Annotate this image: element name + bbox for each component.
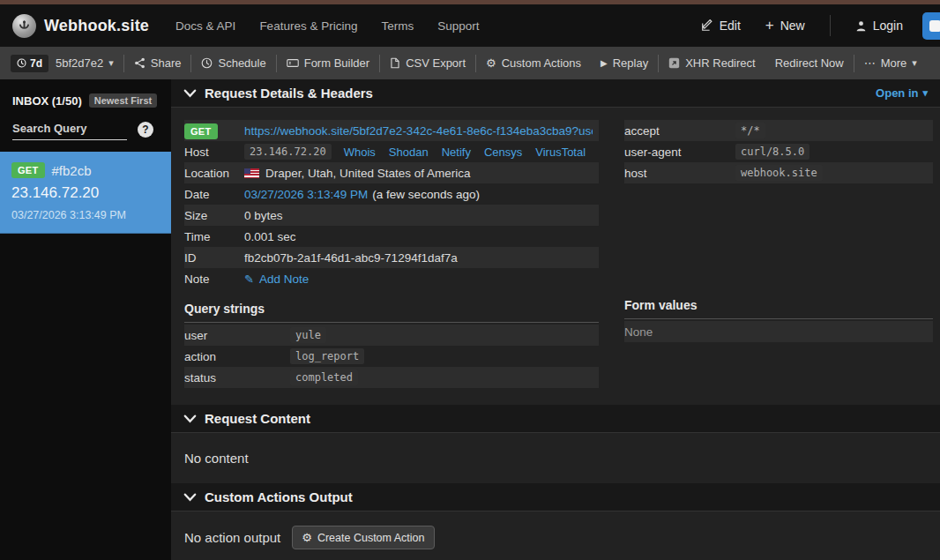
more-dropdown[interactable]: ⋯ More ▾ bbox=[864, 56, 917, 70]
request-url-link[interactable]: https://webhook.site/5bf2d7e2-342c-4e61-… bbox=[244, 124, 593, 138]
section-title: Request Details & Headers bbox=[205, 86, 373, 101]
login-button[interactable]: Login bbox=[855, 19, 903, 33]
whois-link[interactable]: Whois bbox=[344, 146, 376, 159]
search-help-icon[interactable]: ? bbox=[138, 122, 153, 138]
nav-terms[interactable]: Terms bbox=[381, 19, 414, 33]
clock-icon bbox=[17, 58, 26, 68]
toolbar-separator bbox=[123, 55, 124, 72]
plus-icon: + bbox=[765, 17, 774, 34]
toolbar-separator bbox=[379, 55, 380, 72]
redirect-now-button[interactable]: Redirect Now bbox=[775, 56, 844, 70]
gear-icon: ⚙ bbox=[486, 56, 496, 70]
xhr-redirect-toggle[interactable]: XHR Redirect bbox=[668, 56, 755, 70]
request-list-item-selected[interactable]: GET #fb2cb 23.146.72.20 03/27/2026 3:13:… bbox=[0, 152, 171, 234]
form-values-empty: None bbox=[624, 325, 653, 339]
us-flag-icon bbox=[244, 168, 259, 178]
query-strings-heading: Query strings bbox=[184, 302, 599, 323]
toolbar-separator bbox=[276, 55, 277, 72]
add-note-link[interactable]: Add Note bbox=[259, 273, 309, 286]
request-hash: #fb2cb bbox=[52, 163, 92, 178]
open-in-dropdown[interactable]: Open in ▾ bbox=[876, 86, 928, 100]
host-value: 23.146.72.20 bbox=[244, 144, 332, 160]
schedule-button[interactable]: Schedule bbox=[201, 56, 265, 70]
sort-order-badge[interactable]: Newest First bbox=[89, 93, 157, 108]
inbox-label: INBOX (1/50) bbox=[12, 94, 82, 108]
retention-badge[interactable]: 7d bbox=[11, 55, 48, 72]
share-label: Share bbox=[151, 56, 182, 70]
query-key: user bbox=[184, 329, 290, 342]
toolbar-separator bbox=[658, 55, 659, 72]
share-icon bbox=[134, 57, 145, 69]
share-button[interactable]: Share bbox=[134, 56, 182, 70]
section-request-content-header[interactable]: Request Content bbox=[171, 405, 940, 433]
censys-link[interactable]: Censys bbox=[484, 146, 522, 159]
date-label: Date bbox=[184, 188, 244, 201]
table-row-header: host webhook.site bbox=[624, 162, 933, 183]
id-value: fb2cb07b-2a1f-46d1-abc9-71294f1daf7a bbox=[244, 251, 458, 265]
method-badge: GET bbox=[11, 162, 45, 178]
upgrade-button[interactable] bbox=[922, 12, 940, 40]
form-builder-button[interactable]: Form Builder bbox=[287, 56, 369, 70]
query-value: yule bbox=[290, 327, 326, 343]
navbar: Webhook.site Docs & API Features & Prici… bbox=[0, 4, 940, 47]
nav-support[interactable]: Support bbox=[437, 19, 479, 33]
replay-label: Replay bbox=[613, 56, 648, 70]
toolbar-separator bbox=[190, 55, 191, 72]
table-row-query: action log_report bbox=[184, 346, 599, 367]
size-value: 0 bytes bbox=[244, 209, 283, 222]
replay-button[interactable]: ▶ Replay bbox=[601, 56, 648, 70]
id-label: ID bbox=[184, 251, 244, 265]
form-values-heading: Form values bbox=[624, 298, 933, 319]
header-name: accept bbox=[624, 124, 735, 138]
section-title: Custom Actions Output bbox=[205, 489, 353, 504]
section-request-details-header[interactable]: Request Details & Headers Open in ▾ bbox=[171, 79, 940, 108]
chevron-down-icon bbox=[183, 414, 197, 424]
virustotal-link[interactable]: VirusTotal bbox=[535, 146, 586, 159]
netify-link[interactable]: Netify bbox=[442, 146, 471, 159]
shodan-link[interactable]: Shodan bbox=[389, 146, 429, 159]
request-timestamp: 03/27/2026 3:13:49 PM bbox=[11, 209, 160, 221]
edit-button[interactable]: Edit bbox=[701, 19, 741, 33]
person-icon bbox=[855, 20, 867, 32]
nav-features-pricing[interactable]: Features & Pricing bbox=[259, 19, 357, 33]
login-label: Login bbox=[873, 19, 903, 33]
query-strings-table: user yule action log_report status compl… bbox=[184, 325, 599, 388]
table-row-query: user yule bbox=[184, 325, 599, 346]
query-key: status bbox=[184, 371, 290, 385]
token-dropdown[interactable]: 5bf2d7e2 ▾ bbox=[56, 56, 114, 70]
header-value: */* bbox=[735, 123, 765, 138]
xhr-redirect-icon bbox=[668, 57, 680, 69]
custom-actions-button[interactable]: ⚙ Custom Actions bbox=[486, 56, 581, 70]
query-value: completed bbox=[290, 370, 358, 385]
anchor-icon bbox=[18, 19, 31, 33]
schedule-clock-icon bbox=[201, 57, 213, 69]
request-ip: 23.146.72.20 bbox=[11, 184, 160, 202]
webhook-logo-icon[interactable] bbox=[12, 14, 36, 38]
date-link[interactable]: 03/27/2026 3:13:49 PM bbox=[244, 188, 368, 201]
table-row-time: Time 0.001 sec bbox=[184, 226, 599, 247]
table-row-query: status completed bbox=[184, 367, 599, 388]
location-label: Location bbox=[184, 167, 244, 180]
nav-docs-api[interactable]: Docs & API bbox=[175, 19, 235, 33]
form-builder-label: Form Builder bbox=[304, 56, 369, 70]
token-id: 5bf2d7e2 bbox=[56, 56, 103, 70]
search-input[interactable] bbox=[12, 119, 127, 140]
toolbar-separator bbox=[475, 55, 476, 72]
header-name: host bbox=[624, 167, 735, 180]
chevron-down-icon: ▾ bbox=[912, 57, 917, 69]
brand-title[interactable]: Webhook.site bbox=[44, 17, 149, 35]
custom-actions-label: Custom Actions bbox=[502, 56, 581, 70]
gear-icon: ⚙ bbox=[302, 531, 312, 544]
section-title: Request Content bbox=[205, 411, 310, 426]
new-button[interactable]: + New bbox=[765, 17, 805, 34]
header-name: user-agent bbox=[624, 146, 735, 159]
chevron-down-icon bbox=[183, 88, 197, 99]
create-custom-action-button[interactable]: ⚙ Create Custom Action bbox=[292, 526, 434, 549]
nav-links: Docs & API Features & Pricing Terms Supp… bbox=[175, 19, 479, 33]
section-custom-actions-header[interactable]: Custom Actions Output bbox=[171, 483, 940, 511]
sidebar: INBOX (1/50) Newest First ? GET #fb2cb 2… bbox=[0, 79, 171, 560]
xhr-redirect-label: XHR Redirect bbox=[685, 56, 755, 70]
create-custom-action-label: Create Custom Action bbox=[317, 532, 425, 544]
toolbar: 7d 5bf2d7e2 ▾ Share Schedule Form Builde… bbox=[0, 47, 940, 79]
csv-export-button[interactable]: CSV Export bbox=[390, 56, 466, 70]
